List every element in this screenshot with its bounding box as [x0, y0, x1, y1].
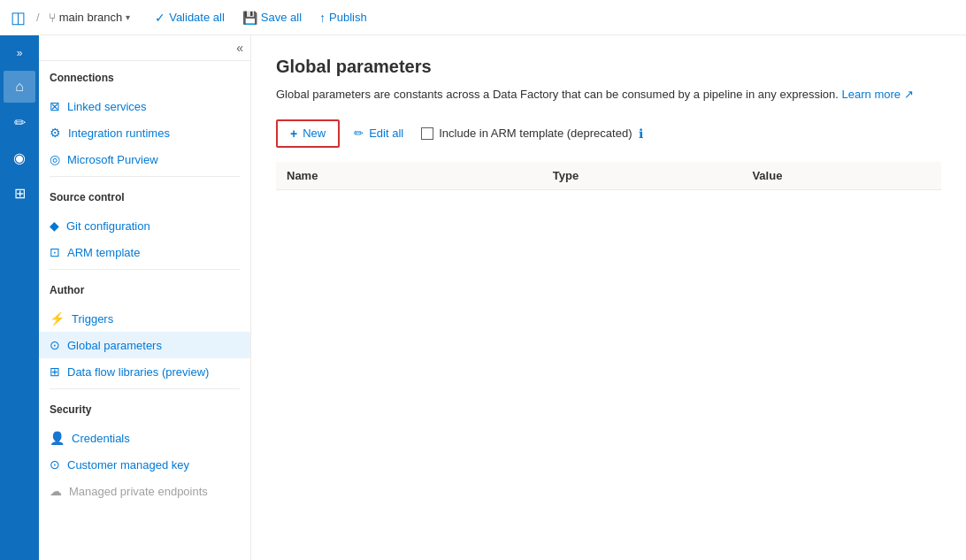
learn-more-link[interactable]: Learn more ↗	[842, 88, 914, 101]
sidebar-item-linked-services[interactable]: ⊠ Linked services	[39, 93, 250, 119]
sidebar-item-label: Microsoft Purview	[67, 153, 158, 166]
column-type: Type	[542, 162, 742, 190]
content-area: Global parameters Global parameters are …	[251, 35, 966, 560]
rail-manage-icon[interactable]: ⊞	[4, 177, 35, 209]
sidebar-item-arm-template[interactable]: ⊡ ARM template	[39, 239, 250, 265]
sidebar-item-git-configuration[interactable]: ◆ Git configuration	[39, 212, 250, 239]
arm-template-checkbox-label: Include in ARM template (deprecated)	[439, 127, 632, 140]
connections-section-title: Connections	[50, 72, 240, 84]
private-endpoints-icon: ☁	[50, 484, 62, 498]
sidebar-item-label: Linked services	[67, 100, 147, 113]
page-title: Global parameters	[276, 57, 941, 77]
branch-chevron-icon: ▾	[126, 12, 130, 22]
sidebar-item-label: Git configuration	[66, 219, 150, 233]
sidebar-item-triggers[interactable]: ⚡ Triggers	[39, 305, 250, 332]
author-section-title: Author	[50, 284, 240, 296]
sidebar-item-label: Triggers	[72, 312, 113, 326]
edit-all-label: Edit all	[369, 127, 403, 140]
sidebar-item-credentials[interactable]: 👤 Credentials	[39, 425, 250, 451]
divider-1	[50, 176, 240, 177]
validate-icon: ✓	[155, 11, 165, 25]
icon-rail: » ⌂ ✏ ◉ ⊞	[0, 35, 39, 560]
info-icon[interactable]: ℹ	[639, 127, 643, 141]
column-name: Name	[276, 162, 542, 190]
new-button[interactable]: + New	[276, 119, 340, 148]
divider-3	[50, 388, 240, 389]
sidebar-section-security: Security	[39, 393, 250, 425]
sidebar-collapse-area: «	[39, 35, 250, 61]
sidebar: « Connections ⊠ Linked services ⚙ Integr…	[39, 35, 251, 560]
save-icon: 💾	[242, 11, 257, 25]
edit-icon: ✏	[354, 127, 364, 140]
rail-monitor-icon[interactable]: ◉	[4, 142, 35, 173]
rail-edit-icon[interactable]: ✏	[4, 106, 35, 138]
sidebar-item-label: Global parameters	[67, 339, 162, 352]
new-button-label: New	[303, 127, 326, 140]
key-icon: ⊙	[50, 457, 60, 472]
breadcrumb-sep: /	[36, 11, 40, 24]
publish-button[interactable]: ↑ Publish	[312, 7, 374, 28]
rail-expand-button[interactable]: »	[4, 42, 35, 64]
global-params-icon: ⊙	[50, 338, 60, 352]
parameters-table: Name Type Value	[276, 162, 941, 190]
sidebar-item-integration-runtimes[interactable]: ⚙ Integration runtimes	[39, 119, 250, 146]
page-description: Global parameters are constants across a…	[276, 86, 941, 104]
publish-label: Publish	[329, 11, 367, 24]
data-flow-icon: ⊞	[50, 364, 60, 379]
plus-icon: +	[290, 127, 297, 141]
integration-runtimes-icon: ⚙	[50, 126, 61, 140]
sidebar-item-label: Integration runtimes	[68, 127, 170, 140]
branch-icon: ⑂	[49, 11, 56, 25]
toolbar: + New ✏ Edit all Include in ARM template…	[276, 119, 941, 148]
arm-template-checkbox[interactable]	[421, 127, 433, 140]
publish-icon: ↑	[319, 11, 326, 25]
external-link-icon: ↗	[904, 88, 914, 101]
sidebar-item-global-parameters[interactable]: ⊙ Global parameters	[39, 332, 250, 358]
sidebar-collapse-button[interactable]: «	[236, 41, 243, 55]
branch-name: main branch	[59, 11, 123, 24]
sidebar-item-label: Data flow libraries (preview)	[67, 365, 209, 379]
arm-template-checkbox-group: Include in ARM template (deprecated) ℹ	[421, 127, 643, 141]
table-header: Name Type Value	[276, 162, 941, 190]
sidebar-item-data-flow-libraries[interactable]: ⊞ Data flow libraries (preview)	[39, 358, 250, 385]
sidebar-item-label: Managed private endpoints	[69, 485, 208, 498]
topbar-actions: ✓ Validate all 💾 Save all ↑ Publish	[148, 7, 374, 28]
sidebar-section-source-control: Source control	[39, 180, 250, 212]
security-section-title: Security	[50, 403, 240, 416]
divider-2	[50, 269, 240, 270]
credentials-icon: 👤	[50, 431, 65, 445]
validate-label: Validate all	[169, 11, 225, 24]
purview-icon: ◎	[50, 152, 60, 166]
validate-all-button[interactable]: ✓ Validate all	[148, 7, 232, 28]
source-control-section-title: Source control	[50, 191, 240, 203]
sidebar-section-author: Author	[39, 273, 250, 305]
main-layout: » ⌂ ✏ ◉ ⊞ « Connections ⊠ Linked service…	[0, 35, 966, 560]
linked-services-icon: ⊠	[50, 99, 60, 113]
rail-home-icon[interactable]: ⌂	[4, 71, 35, 103]
save-all-button[interactable]: 💾 Save all	[235, 7, 309, 28]
save-label: Save all	[261, 11, 302, 24]
column-value: Value	[741, 162, 941, 190]
sidebar-section-connections: Connections	[39, 61, 250, 93]
sidebar-item-label: Credentials	[72, 432, 130, 445]
sidebar-item-managed-private-endpoints: ☁ Managed private endpoints	[39, 478, 250, 504]
topbar: ◫ / ⑂ main branch ▾ ✓ Validate all 💾 Sav…	[0, 0, 966, 35]
sidebar-item-customer-managed-key[interactable]: ⊙ Customer managed key	[39, 451, 250, 478]
table-header-row: Name Type Value	[276, 162, 941, 190]
branch-selector[interactable]: ⑂ main branch ▾	[49, 11, 131, 25]
edit-all-button[interactable]: ✏ Edit all	[343, 121, 414, 145]
triggers-icon: ⚡	[50, 311, 65, 326]
sidebar-item-microsoft-purview[interactable]: ◎ Microsoft Purview	[39, 146, 250, 173]
git-icon: ◆	[50, 219, 59, 233]
arm-icon: ⊡	[50, 245, 60, 259]
sidebar-item-label: ARM template	[67, 246, 140, 259]
app-logo: ◫	[11, 8, 26, 27]
sidebar-item-label: Customer managed key	[67, 458, 189, 472]
